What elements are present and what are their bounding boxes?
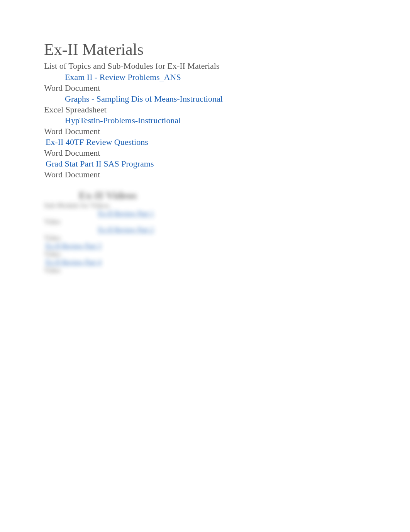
video-link: Ex-II Review Part 2: [98, 226, 154, 234]
document-link[interactable]: Ex-II 40TF Review Questions: [46, 137, 380, 148]
file-type-label: Word Document: [44, 83, 380, 93]
file-type-label: Video: [44, 267, 380, 275]
list-item: HypTestin-Problems-Instructional: [30, 115, 380, 126]
document-link[interactable]: Exam II - Review Problems_ANS: [65, 72, 181, 83]
file-type-label: Excel Spreadsheet: [44, 104, 380, 115]
file-type-label: Word Document: [44, 169, 380, 180]
blurred-section: Ex-II Videos Sub-Module for Videos Ex-II…: [30, 189, 380, 275]
section-heading: Ex-II Videos: [79, 189, 137, 202]
file-type-label: Word Document: [44, 126, 380, 137]
file-type-label: Video: [44, 250, 380, 258]
section-subtitle: Sub-Module for Videos: [44, 202, 380, 210]
video-link: Ex-II Review Part 3: [46, 242, 380, 250]
file-type-label: Video: [44, 234, 380, 242]
file-type-label: Word Document: [44, 148, 380, 158]
list-item: Exam II - Review Problems_ANS: [30, 72, 380, 83]
document-link[interactable]: Graphs - Sampling Dis of Means-Instructi…: [65, 93, 223, 104]
page-title: Ex-II Materials: [44, 40, 380, 59]
page-subtitle: List of Topics and Sub-Modules for Ex-II…: [44, 61, 380, 71]
list-item: Graphs - Sampling Dis of Means-Instructi…: [30, 93, 380, 104]
page-content: Ex-II Materials List of Topics and Sub-M…: [0, 0, 410, 290]
video-link: Ex-II Review Part 1: [98, 210, 154, 218]
video-link: Ex-II Review Part 4: [46, 258, 380, 267]
document-link[interactable]: Grad Stat Part II SAS Programs: [46, 158, 380, 169]
file-type-label: Video: [44, 218, 380, 226]
document-link[interactable]: HypTestin-Problems-Instructional: [65, 115, 181, 126]
